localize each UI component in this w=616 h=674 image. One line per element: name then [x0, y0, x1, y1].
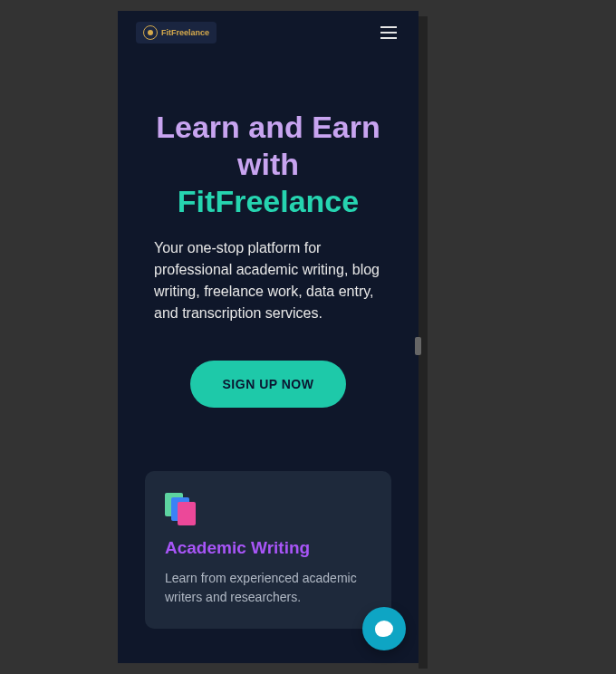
card-description: Learn from experienced academic writers … — [165, 569, 371, 607]
hero-title-line2: FitFreelance — [178, 184, 359, 218]
resize-handle[interactable] — [415, 337, 421, 355]
feature-card-academic-writing[interactable]: Academic Writing Learn from experienced … — [145, 471, 391, 629]
app-viewport: FitFreelance Learn and Earn with FitFree… — [118, 11, 419, 663]
logo-icon — [143, 25, 158, 40]
hero-title-line1: Learn and Earn with — [156, 110, 380, 181]
header: FitFreelance — [118, 11, 419, 54]
hero-description: Your one-stop platform for professional … — [154, 237, 382, 324]
chat-icon — [375, 621, 393, 637]
logo-text: FitFreelance — [161, 28, 209, 37]
hero-section: Learn and Earn with FitFreelance Your on… — [118, 54, 419, 435]
hamburger-menu-icon[interactable] — [377, 23, 400, 43]
logo[interactable]: FitFreelance — [136, 22, 217, 43]
signup-button[interactable]: SIGN UP NOW — [190, 361, 347, 408]
chat-button[interactable] — [362, 607, 406, 650]
books-icon — [165, 493, 197, 525]
hero-title: Learn and Earn with FitFreelance — [154, 109, 382, 219]
card-title: Academic Writing — [165, 538, 371, 558]
